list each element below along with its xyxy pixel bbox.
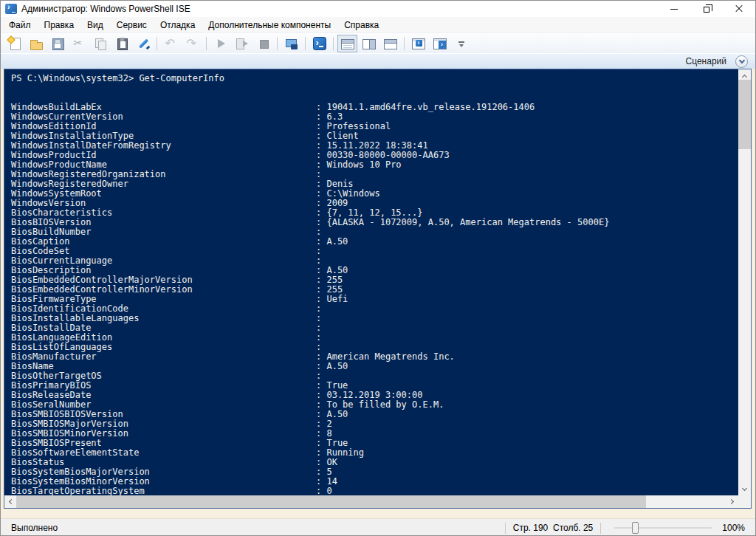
console-property-row: BiosInstallDate: (11, 323, 738, 333)
console-property-row: BiosSMBIOSMinorVersion: 8 (11, 429, 738, 439)
scroll-right-button[interactable] (726, 495, 738, 508)
save-icon (51, 37, 64, 50)
property-value: : Professional (316, 121, 391, 131)
powershell-icon (313, 37, 326, 50)
console-property-row: BiosLanguageEdition: (11, 333, 738, 343)
zoom-slider-track[interactable] (614, 527, 712, 529)
property-value: : American Megatrends Inc. (316, 351, 455, 362)
redo-icon (186, 37, 199, 50)
property-value: : 00330-80000-00000-AA673 (316, 150, 450, 160)
property-value: : 15.11.2022 18:38:41 (316, 140, 428, 151)
property-value: : 2 (316, 419, 332, 429)
vertical-scroll-thumb[interactable] (738, 80, 751, 149)
chevron-right-icon (729, 499, 734, 504)
vertical-scrollbar[interactable] (738, 69, 751, 495)
pane-margin (1, 509, 755, 518)
scroll-left-button[interactable] (4, 495, 17, 508)
cut-button[interactable] (69, 35, 89, 52)
new-script-icon (8, 37, 21, 50)
property-value: : {ALASKA - 1072009, A.50, American Mega… (316, 217, 609, 227)
undo-icon (165, 37, 178, 50)
new-remote-powershell-tab-button[interactable] (281, 35, 301, 52)
property-value: : (316, 246, 326, 256)
menu-item-дополнительные-компоненты[interactable]: Дополнительные компоненты (202, 18, 337, 32)
property-value: : 03.12.2019 3:00:00 (316, 390, 423, 400)
close-button[interactable] (723, 1, 755, 17)
property-value: : (316, 255, 326, 266)
property-value: : 255 (316, 275, 343, 285)
property-value: : To be filled by O.E.M. (316, 399, 444, 410)
console-output[interactable]: PS C:\Windows\system32> Get-ComputerInfo… (4, 69, 738, 495)
clear-console-pane-button[interactable] (133, 35, 153, 52)
zoom-level: 100% (722, 523, 745, 533)
toolbar-separator (305, 37, 306, 50)
copy-icon (94, 37, 107, 50)
open-script-button[interactable] (26, 35, 46, 52)
run-selection-button[interactable] (232, 35, 252, 52)
console-property-row: BiosBIOSVersion: {ALASKA - 1072009, A.50… (11, 218, 738, 227)
property-value: : (316, 227, 326, 237)
property-value: : (316, 371, 326, 381)
toolbar-separator (333, 37, 334, 50)
toolbar-separator (277, 37, 278, 50)
zoom-slider[interactable] (614, 522, 712, 534)
horizontal-scroll-thumb[interactable] (16, 495, 646, 508)
property-value: : 2009 (316, 198, 348, 208)
menu-item-отладка[interactable]: Отладка (154, 18, 202, 32)
console-property-row: BiosSoftwareElementState: Running (11, 448, 738, 458)
script-strip-label: Сценарий (686, 56, 726, 66)
menu-item-вид[interactable]: Вид (80, 18, 110, 32)
save-script-button[interactable] (47, 35, 67, 52)
show-script-pane-top-button[interactable] (337, 35, 357, 52)
toolbar-separator (157, 37, 157, 50)
horizontal-scrollbar[interactable] (4, 495, 738, 508)
expand-script-pane-button[interactable] (735, 55, 748, 68)
property-value: : OK (316, 457, 337, 467)
console-property-row: BiosOtherTargetOS: (11, 371, 738, 381)
show-script-pane-maximized-button[interactable] (380, 35, 400, 52)
chevron-up-icon (742, 74, 747, 79)
restore-button[interactable] (690, 1, 723, 17)
menu-bar: ФайлПравкаВидСервисОтладкаДополнительные… (1, 17, 755, 33)
scroll-down-button[interactable] (738, 483, 751, 495)
console-property-row: BiosManufacturer: American Megatrends In… (11, 352, 738, 362)
run-script-button[interactable] (210, 35, 230, 52)
menu-item-сервис[interactable]: Сервис (110, 18, 154, 32)
close-icon (735, 4, 743, 13)
property-value: : (316, 303, 326, 314)
stop-operation-button[interactable] (253, 35, 273, 52)
new-remote-tab-button[interactable] (430, 35, 450, 52)
show-script-pane-right-button[interactable] (359, 35, 379, 52)
menu-item-справка[interactable]: Справка (337, 18, 385, 32)
new-tab-icon (412, 38, 425, 49)
status-message: Выполнено (11, 523, 58, 533)
menu-item-файл[interactable]: Файл (2, 18, 38, 32)
overflow-icon (458, 41, 465, 50)
property-value: : A.50 (316, 361, 348, 371)
redo-button[interactable] (182, 35, 202, 52)
menu-item-правка[interactable]: Правка (38, 18, 81, 32)
property-value: : 14 (316, 476, 337, 487)
open-folder-icon (30, 37, 43, 50)
property-value: : Client (316, 131, 359, 141)
property-value: : Denis (316, 179, 354, 189)
layout-right-icon (362, 39, 376, 49)
copy-button[interactable] (90, 35, 110, 52)
toolbar-overflow-button[interactable] (451, 35, 471, 52)
powershell-ise-window: Администратор: Windows PowerShell ISE Фа… (0, 0, 756, 536)
run-selection-icon (236, 37, 249, 50)
paste-button[interactable] (111, 35, 131, 52)
console-property-row: BiosEmbeddedControllerMinorVersion: 255 (11, 285, 738, 295)
layout-top-icon (341, 39, 354, 49)
zoom-slider-thumb[interactable] (632, 522, 639, 534)
start-powershell-exe-button[interactable] (309, 35, 329, 52)
line-column-indicator: Стр. 190 Столб. 25 (513, 523, 594, 533)
minimize-button[interactable] (658, 1, 690, 17)
title-bar: Администратор: Windows PowerShell ISE (1, 1, 755, 17)
new-powershell-tab-button[interactable] (408, 35, 428, 52)
property-value: : True (316, 438, 348, 448)
new-script-button[interactable] (4, 35, 24, 52)
undo-button[interactable] (161, 35, 181, 52)
console-property-row: BiosName: A.50 (11, 362, 738, 371)
property-value: : 19041.1.amd64fre.vb_release.191206-140… (316, 102, 535, 112)
